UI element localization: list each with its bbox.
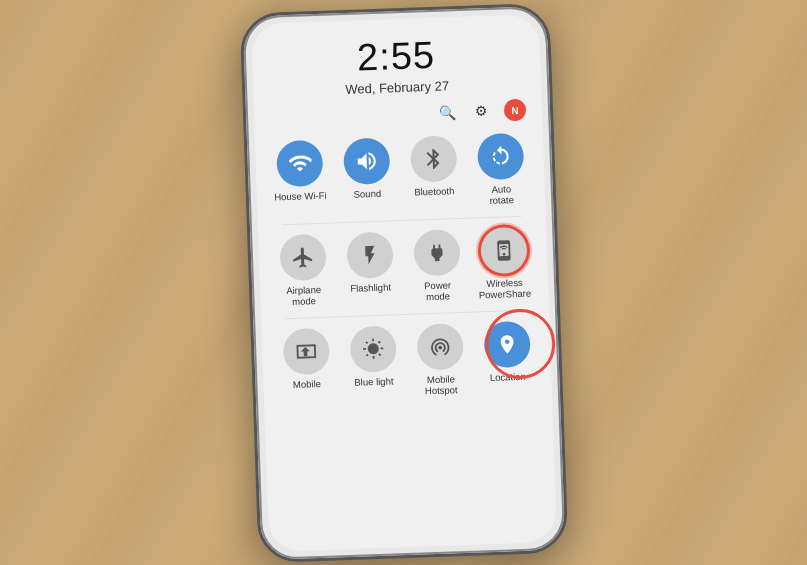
tiles-row-3: Mobile Blue light (273, 319, 539, 401)
bluetooth-icon (409, 135, 457, 183)
wireless-powershare-icon (479, 226, 527, 274)
tile-auto-rotate[interactable]: Autorotate (467, 132, 533, 207)
tile-blue-light[interactable]: Blue light (340, 324, 406, 399)
settings-icon[interactable]: ⚙ (469, 99, 492, 122)
tile-label-mobile: Mobile (292, 377, 320, 389)
phone-wrapper: 2:55 Wed, February 27 🔍 ⚙ N (239, 2, 568, 562)
tile-bluetooth[interactable]: Bluetooth (400, 134, 466, 209)
tile-label-auto-rotate: Autorotate (488, 183, 513, 207)
tile-label-sound: Sound (353, 187, 381, 199)
tile-mobile-hotspot[interactable]: MobileHotspot (407, 322, 473, 397)
tile-label-airplane: Airplanemode (286, 283, 322, 307)
tiles-container: House Wi-Fi Sound (254, 128, 551, 406)
tile-label-flashlight: Flashlight (350, 281, 391, 294)
mobile-hotspot-icon (415, 322, 463, 370)
divider-2 (285, 309, 525, 318)
tiles-row-1: House Wi-Fi Sound (266, 132, 532, 214)
blue-light-icon (348, 324, 396, 372)
tiles-row-2: Airplanemode Flashlight (270, 226, 536, 308)
tile-flashlight[interactable]: Flashlight (337, 230, 403, 305)
tile-house-wifi[interactable]: House Wi-Fi (266, 139, 332, 214)
flashlight-icon (345, 231, 393, 279)
airplane-icon (278, 233, 326, 281)
phone-screen: 2:55 Wed, February 27 🔍 ⚙ N (250, 14, 556, 552)
time-section: 2:55 Wed, February 27 (251, 22, 541, 104)
wifi-icon (275, 139, 323, 187)
tile-label-wireless-powershare: WirelessPowerShare (478, 276, 531, 301)
time-display: 2:55 (251, 30, 540, 83)
phone-frame: 2:55 Wed, February 27 🔍 ⚙ N (239, 2, 568, 562)
auto-rotate-icon (476, 132, 524, 180)
divider-1 (281, 215, 521, 224)
search-icon[interactable]: 🔍 (435, 101, 458, 124)
tile-label-house-wifi: House Wi-Fi (274, 189, 327, 202)
tile-power-mode[interactable]: Powermode (404, 228, 470, 303)
tile-label-location: Location (489, 370, 525, 383)
tile-label-blue-light: Blue light (354, 374, 393, 387)
tile-mobile[interactable]: Mobile (273, 326, 339, 401)
tile-wireless-powershare[interactable]: WirelessPowerShare (471, 226, 537, 301)
avatar[interactable]: N (503, 98, 526, 121)
tile-sound[interactable]: Sound (333, 137, 399, 212)
tile-label-bluetooth: Bluetooth (414, 185, 455, 198)
sound-icon (342, 137, 390, 185)
tile-airplane[interactable]: Airplanemode (270, 233, 336, 308)
tile-label-power-mode: Powermode (423, 279, 451, 303)
mobile-icon (282, 327, 330, 375)
power-mode-icon (412, 228, 460, 276)
tile-location[interactable]: Location (474, 319, 540, 394)
tile-label-mobile-hotspot: MobileHotspot (424, 372, 458, 396)
location-icon (482, 320, 530, 368)
